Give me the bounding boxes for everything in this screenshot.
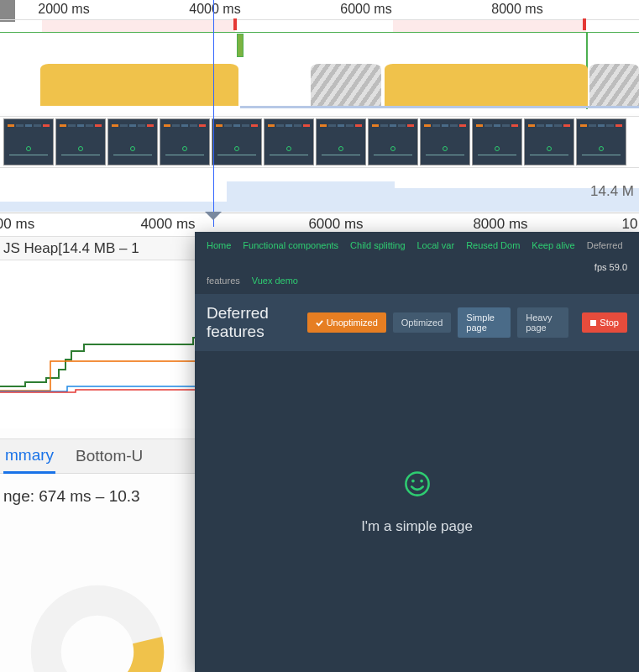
playhead-handle-icon[interactable] [205,212,222,223]
ruler-tick: 2000 ms [38,2,89,17]
memory-fill [0,202,227,212]
filmstrip-frame[interactable] [524,118,574,165]
ruler-tick: 4000 ms [189,2,240,17]
nav-child-splitting[interactable]: Child splitting [350,240,405,250]
svg-point-2 [406,472,428,495]
filmstrip-frame[interactable] [472,118,522,165]
screenshot-filmstrip[interactable] [0,116,639,168]
unoptimized-label: Unoptimized [327,318,378,328]
overview-ruler: 2000 ms 4000 ms 6000 ms 8000 ms [0,0,639,20]
app-body: I'm a simple page [195,333,639,672]
summary-donut-chart [22,576,173,672]
svg-point-3 [411,480,415,483]
range-text: nge: 674 ms – 10.3 [0,482,144,511]
timeline-playhead[interactable] [213,0,214,227]
flame-chunk [385,64,588,106]
filmstrip-frame[interactable] [368,118,418,165]
memory-max-label: 14.4 M [590,183,634,200]
optimized-button[interactable]: Optimized [393,312,452,333]
stop-icon [590,320,596,326]
nav-vuex-demo[interactable]: Vuex demo [252,276,298,286]
ruler-tick: 6000 ms [340,2,391,17]
nav-reused-dom[interactable]: Reused Dom [466,240,520,250]
overview-long-task [393,20,586,32]
app-nav: Home Functional components Child splitti… [195,232,639,276]
nav-local-var[interactable]: Local var [417,240,455,250]
nav-home[interactable]: Home [207,240,231,250]
fps-bar [237,34,244,57]
overview-marker-icon [233,18,237,30]
tab-summary[interactable]: mmary [3,439,55,474]
flame-chunk-hatched [311,64,381,106]
flame-chunk [40,64,238,106]
filmstrip-frame[interactable] [420,118,470,165]
nav-features[interactable]: features [207,276,240,286]
filmstrip-frame[interactable] [316,118,366,165]
overview-marker-icon [583,18,586,30]
memory-overview-strip[interactable]: 14.4 M [0,168,639,213]
stop-button[interactable]: Stop [582,312,627,333]
filmstrip-frame[interactable] [160,118,210,165]
ruler2-tick: 10 [622,216,638,233]
ruler2-tick: 6000 ms [308,216,363,233]
smiley-icon [403,470,432,498]
nav-keep-alive[interactable]: Keep alive [532,240,574,250]
ruler-tick: 8000 ms [491,2,542,17]
timeline-overview[interactable]: 2000 ms 4000 ms 6000 ms 8000 ms [0,0,639,113]
memory-fill [227,181,395,212]
filmstrip-frame[interactable] [576,118,626,165]
ruler2-tick: 00 ms [0,216,34,233]
filmstrip-frame[interactable] [107,118,158,165]
app-nav-row2: features Vuex demo [195,276,639,294]
nav-functional-components[interactable]: Functional components [243,240,338,250]
overview-memory-bar [240,106,639,108]
filmstrip-frame[interactable] [3,118,54,165]
unoptimized-button[interactable]: Unoptimized [307,312,386,333]
stop-label: Stop [600,318,619,328]
app-body-text: I'm a simple page [361,518,473,535]
filmstrip-frame[interactable] [264,118,314,165]
check-icon [316,319,323,327]
ruler2-tick: 4000 ms [140,216,195,233]
filmstrip-frame[interactable] [55,118,106,165]
filmstrip-frame[interactable] [212,118,262,165]
js-heap-label: JS Heap[14.4 MB – 1 [3,240,139,257]
preview-window: Home Functional components Child splitti… [195,232,639,672]
overview-long-task [42,20,235,32]
tab-bottom-up[interactable]: Bottom-U [74,440,144,472]
ruler2-tick: 8000 ms [473,216,527,233]
fps-readout: fps 59.0 [594,262,627,272]
svg-point-4 [420,480,423,483]
flame-chunk-hatched [589,64,639,106]
nav-deferred[interactable]: Deferred [587,240,623,250]
fps-baseline [0,32,639,33]
